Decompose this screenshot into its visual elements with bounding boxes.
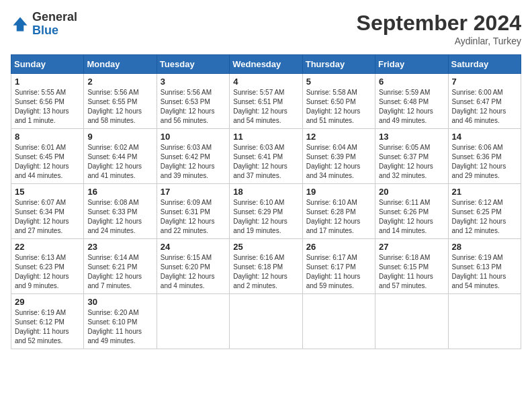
svg-marker-0 <box>13 17 28 31</box>
location-subtitle: Aydinlar, Turkey <box>357 36 521 46</box>
day-number: 7 <box>452 77 517 87</box>
header-thursday: Thursday <box>302 55 375 74</box>
day-info: Sunrise: 6:17 AM Sunset: 6:17 PM Dayligh… <box>306 253 371 291</box>
calendar-cell: 3Sunrise: 5:56 AM Sunset: 6:53 PM Daylig… <box>157 74 229 129</box>
day-number: 1 <box>15 77 80 87</box>
calendar-cell: 28Sunrise: 6:19 AM Sunset: 6:13 PM Dayli… <box>448 239 521 294</box>
header-wednesday: Wednesday <box>230 55 302 74</box>
day-number: 25 <box>233 242 298 252</box>
title-block: September 2024 Aydinlar, Turkey <box>357 11 521 46</box>
day-info: Sunrise: 6:14 AM Sunset: 6:21 PM Dayligh… <box>87 253 152 291</box>
day-number: 29 <box>15 297 80 307</box>
day-number: 21 <box>452 187 517 197</box>
day-info: Sunrise: 6:06 AM Sunset: 6:36 PM Dayligh… <box>452 143 517 181</box>
calendar-cell: 17Sunrise: 6:09 AM Sunset: 6:31 PM Dayli… <box>157 184 229 239</box>
header-sunday: Sunday <box>11 55 84 74</box>
page-header: General Blue September 2024 Aydinlar, Tu… <box>11 11 521 46</box>
day-number: 30 <box>87 297 152 307</box>
calendar-cell <box>230 294 302 349</box>
day-info: Sunrise: 6:12 AM Sunset: 6:25 PM Dayligh… <box>452 198 517 236</box>
calendar-cell: 27Sunrise: 6:18 AM Sunset: 6:15 PM Dayli… <box>375 239 448 294</box>
day-info: Sunrise: 6:00 AM Sunset: 6:47 PM Dayligh… <box>452 88 517 126</box>
calendar-cell: 10Sunrise: 6:03 AM Sunset: 6:42 PM Dayli… <box>157 129 229 184</box>
day-number: 14 <box>452 132 517 142</box>
calendar-cell: 14Sunrise: 6:06 AM Sunset: 6:36 PM Dayli… <box>448 129 521 184</box>
logo-blue-text: Blue <box>32 24 77 38</box>
day-info: Sunrise: 5:55 AM Sunset: 6:56 PM Dayligh… <box>15 88 80 126</box>
day-number: 15 <box>15 187 80 197</box>
calendar-cell: 23Sunrise: 6:14 AM Sunset: 6:21 PM Dayli… <box>84 239 157 294</box>
day-number: 26 <box>306 242 371 252</box>
calendar-cell <box>302 294 375 349</box>
day-number: 12 <box>306 132 371 142</box>
day-info: Sunrise: 6:19 AM Sunset: 6:13 PM Dayligh… <box>452 253 517 291</box>
day-number: 4 <box>233 77 298 87</box>
calendar-cell: 7Sunrise: 6:00 AM Sunset: 6:47 PM Daylig… <box>448 74 521 129</box>
day-info: Sunrise: 6:09 AM Sunset: 6:31 PM Dayligh… <box>161 198 226 236</box>
calendar-cell: 4Sunrise: 5:57 AM Sunset: 6:51 PM Daylig… <box>230 74 302 129</box>
calendar-cell: 21Sunrise: 6:12 AM Sunset: 6:25 PM Dayli… <box>448 184 521 239</box>
day-number: 11 <box>233 132 298 142</box>
calendar-cell: 25Sunrise: 6:16 AM Sunset: 6:18 PM Dayli… <box>230 239 302 294</box>
day-number: 16 <box>87 187 152 197</box>
calendar-cell: 1Sunrise: 5:55 AM Sunset: 6:56 PM Daylig… <box>11 74 84 129</box>
day-number: 23 <box>87 242 152 252</box>
day-number: 24 <box>161 242 226 252</box>
calendar-cell: 20Sunrise: 6:11 AM Sunset: 6:26 PM Dayli… <box>375 184 448 239</box>
day-info: Sunrise: 6:01 AM Sunset: 6:45 PM Dayligh… <box>15 143 80 181</box>
calendar-cell: 30Sunrise: 6:20 AM Sunset: 6:10 PM Dayli… <box>84 294 157 349</box>
header-friday: Friday <box>375 55 448 74</box>
week-row-4: 22Sunrise: 6:13 AM Sunset: 6:23 PM Dayli… <box>11 239 521 294</box>
calendar-cell: 16Sunrise: 6:08 AM Sunset: 6:33 PM Dayli… <box>84 184 157 239</box>
calendar-cell: 19Sunrise: 6:10 AM Sunset: 6:28 PM Dayli… <box>302 184 375 239</box>
day-info: Sunrise: 6:03 AM Sunset: 6:41 PM Dayligh… <box>233 143 298 181</box>
calendar-cell <box>157 294 229 349</box>
day-number: 9 <box>87 132 152 142</box>
calendar-cell <box>375 294 448 349</box>
day-number: 22 <box>15 242 80 252</box>
header-monday: Monday <box>84 55 157 74</box>
month-title: September 2024 <box>357 11 521 36</box>
day-number: 17 <box>161 187 226 197</box>
calendar-cell: 13Sunrise: 6:05 AM Sunset: 6:37 PM Dayli… <box>375 129 448 184</box>
day-info: Sunrise: 6:08 AM Sunset: 6:33 PM Dayligh… <box>87 198 152 236</box>
day-info: Sunrise: 5:56 AM Sunset: 6:53 PM Dayligh… <box>161 88 226 126</box>
day-info: Sunrise: 6:10 AM Sunset: 6:28 PM Dayligh… <box>306 198 371 236</box>
day-info: Sunrise: 6:11 AM Sunset: 6:26 PM Dayligh… <box>379 198 444 236</box>
day-info: Sunrise: 6:10 AM Sunset: 6:29 PM Dayligh… <box>233 198 298 236</box>
calendar-cell: 15Sunrise: 6:07 AM Sunset: 6:34 PM Dayli… <box>11 184 84 239</box>
logo-general-text: General <box>32 11 77 24</box>
calendar-cell: 24Sunrise: 6:15 AM Sunset: 6:20 PM Dayli… <box>157 239 229 294</box>
logo: General Blue <box>11 11 77 38</box>
calendar-cell: 12Sunrise: 6:04 AM Sunset: 6:39 PM Dayli… <box>302 129 375 184</box>
calendar-cell: 5Sunrise: 5:58 AM Sunset: 6:50 PM Daylig… <box>302 74 375 129</box>
day-number: 20 <box>379 187 444 197</box>
day-info: Sunrise: 5:59 AM Sunset: 6:48 PM Dayligh… <box>379 88 444 126</box>
day-info: Sunrise: 6:13 AM Sunset: 6:23 PM Dayligh… <box>15 253 80 291</box>
header-saturday: Saturday <box>448 55 521 74</box>
calendar-cell <box>448 294 521 349</box>
calendar-cell: 18Sunrise: 6:10 AM Sunset: 6:29 PM Dayli… <box>230 184 302 239</box>
day-info: Sunrise: 5:57 AM Sunset: 6:51 PM Dayligh… <box>233 88 298 126</box>
day-info: Sunrise: 6:20 AM Sunset: 6:10 PM Dayligh… <box>87 308 152 346</box>
day-number: 8 <box>15 132 80 142</box>
day-info: Sunrise: 6:05 AM Sunset: 6:37 PM Dayligh… <box>379 143 444 181</box>
day-number: 27 <box>379 242 444 252</box>
day-info: Sunrise: 6:07 AM Sunset: 6:34 PM Dayligh… <box>15 198 80 236</box>
day-number: 10 <box>161 132 226 142</box>
day-info: Sunrise: 6:16 AM Sunset: 6:18 PM Dayligh… <box>233 253 298 291</box>
calendar-cell: 8Sunrise: 6:01 AM Sunset: 6:45 PM Daylig… <box>11 129 84 184</box>
calendar-header-row: SundayMondayTuesdayWednesdayThursdayFrid… <box>11 55 521 74</box>
calendar-cell: 11Sunrise: 6:03 AM Sunset: 6:41 PM Dayli… <box>230 129 302 184</box>
header-tuesday: Tuesday <box>157 55 229 74</box>
calendar-cell: 29Sunrise: 6:19 AM Sunset: 6:12 PM Dayli… <box>11 294 84 349</box>
calendar-cell: 2Sunrise: 5:56 AM Sunset: 6:55 PM Daylig… <box>84 74 157 129</box>
day-info: Sunrise: 5:58 AM Sunset: 6:50 PM Dayligh… <box>306 88 371 126</box>
day-number: 6 <box>379 77 444 87</box>
day-info: Sunrise: 6:18 AM Sunset: 6:15 PM Dayligh… <box>379 253 444 291</box>
week-row-2: 8Sunrise: 6:01 AM Sunset: 6:45 PM Daylig… <box>11 129 521 184</box>
day-number: 19 <box>306 187 371 197</box>
calendar-cell: 6Sunrise: 5:59 AM Sunset: 6:48 PM Daylig… <box>375 74 448 129</box>
calendar-cell: 22Sunrise: 6:13 AM Sunset: 6:23 PM Dayli… <box>11 239 84 294</box>
day-info: Sunrise: 6:04 AM Sunset: 6:39 PM Dayligh… <box>306 143 371 181</box>
